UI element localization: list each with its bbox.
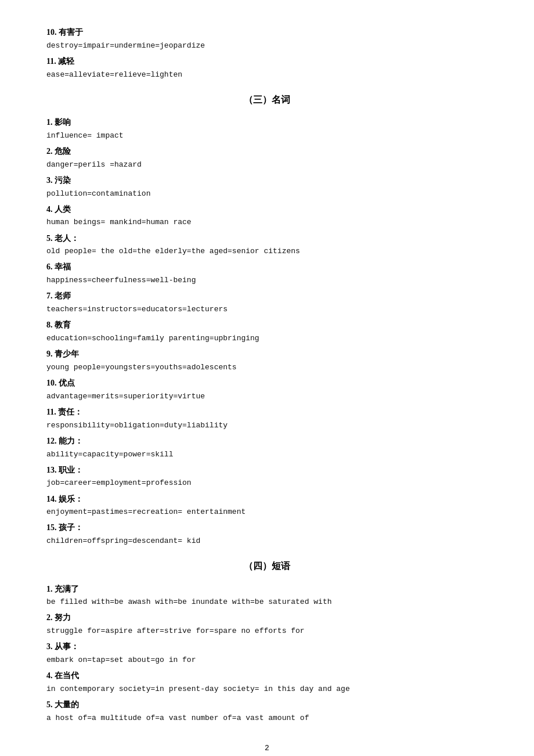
entry-block: 8. 教育education=schooling=family parentin… (46, 318, 488, 345)
entry-heading: 3. 从事： (46, 640, 488, 654)
entry-heading: 6. 幸福 (46, 260, 488, 274)
entry-heading: 10. 优点 (46, 376, 488, 390)
entry-block: 1. 充满了be filled with=be awash with=be in… (46, 582, 488, 609)
entry-block: 5. 老人：old people= the old=the elderly=th… (46, 232, 488, 258)
entry-body: destroy=impair=undermine=jeopardize (46, 39, 488, 52)
entry-body: advantage=merits=superiority=virtue (46, 390, 488, 403)
entry-heading: 9. 青少年 (46, 347, 488, 361)
entry-body: danger=perils =hazard (46, 159, 488, 171)
entry-block: 5. 大量的a host of=a multitude of=a vast nu… (46, 698, 488, 725)
entry-block: 11. 责任：responsibility=obligation=duty=li… (46, 405, 488, 432)
entry-body: responsibility=obligation=duty=liability (46, 419, 488, 432)
entry-body: old people= the old=the elderly=the aged… (46, 245, 488, 258)
entry-block: 4. 在当代in contemporary society=in present… (46, 669, 488, 696)
entry-block: 3. 从事：embark on=tap=set about=go in for (46, 640, 488, 667)
entry-heading: 7. 老师 (46, 289, 488, 303)
entry-block: 11. 减轻ease=alleviate=relieve=lighten (46, 55, 488, 81)
entry-heading: 2. 危险 (46, 145, 488, 159)
entry-heading: 3. 污染 (46, 174, 488, 188)
section-title: （四）短语 (46, 558, 488, 574)
entry-block: 1. 影响influence= impact (46, 116, 488, 142)
entry-heading: 4. 在当代 (46, 669, 488, 683)
entry-body: job=career=employment=profession (46, 477, 488, 489)
page-number: 2 (46, 742, 488, 755)
entry-block: 3. 污染pollution=contamination (46, 174, 488, 200)
entry-block: 14. 娱乐：enjoyment=pastimes=recreation= en… (46, 492, 488, 519)
entry-heading: 12. 能力： (46, 434, 488, 448)
entry-body: embark on=tap=set about=go in for (46, 654, 488, 667)
entry-body: children=offspring=descendant= kid (46, 535, 488, 548)
entry-body: pollution=contamination (46, 188, 488, 200)
entry-heading: 11. 减轻 (46, 55, 488, 69)
entry-heading: 15. 孩子： (46, 521, 488, 535)
entry-block: 6. 幸福happiness=cheerfulness=well-being (46, 260, 488, 287)
entry-heading: 5. 大量的 (46, 698, 488, 712)
entry-block: 10. 优点advantage=merits=superiority=virtu… (46, 376, 488, 403)
entry-block: 15. 孩子：children=offspring=descendant= ki… (46, 521, 488, 548)
entry-body: education=schooling=family parenting=upb… (46, 332, 488, 345)
entry-heading: 1. 影响 (46, 116, 488, 129)
entry-heading: 2. 努力 (46, 611, 488, 625)
entry-body: struggle for=aspire after=strive for=spa… (46, 625, 488, 638)
entry-body: teachers=instructors=educators=lecturers (46, 303, 488, 316)
entry-block: 2. 危险danger=perils =hazard (46, 145, 488, 171)
entry-block: 7. 老师teachers=instructors=educators=lect… (46, 289, 488, 316)
page-content: 10. 有害于destroy=impair=undermine=jeopardi… (46, 26, 488, 755)
entry-heading: 10. 有害于 (46, 26, 488, 39)
entry-block: 2. 努力struggle for=aspire after=strive fo… (46, 611, 488, 638)
entry-block: 13. 职业：job=career=employment=profession (46, 463, 488, 490)
entry-heading: 8. 教育 (46, 318, 488, 332)
entry-body: human beings= mankind=human race (46, 216, 488, 229)
entry-body: ability=capacity=power=skill (46, 448, 488, 461)
entry-heading: 11. 责任： (46, 405, 488, 419)
entry-heading: 1. 充满了 (46, 582, 488, 596)
entry-body: young people=youngsters=youths=adolescen… (46, 361, 488, 374)
entry-heading: 14. 娱乐： (46, 492, 488, 506)
entry-body: happiness=cheerfulness=well-being (46, 274, 488, 287)
entry-block: 12. 能力：ability=capacity=power=skill (46, 434, 488, 461)
entry-body: influence= impact (46, 129, 488, 142)
section-title: （三）名词 (46, 92, 488, 107)
entry-block: 4. 人类human beings= mankind=human race (46, 203, 488, 229)
entry-body: be filled with=be awash with=be inundate… (46, 596, 488, 609)
entry-body: enjoyment=pastimes=recreation= entertain… (46, 506, 488, 519)
entry-block: 10. 有害于destroy=impair=undermine=jeopardi… (46, 26, 488, 52)
entry-heading: 13. 职业： (46, 463, 488, 477)
entry-heading: 5. 老人： (46, 232, 488, 246)
entry-block: 9. 青少年young people=youngsters=youths=ado… (46, 347, 488, 374)
entry-body: ease=alleviate=relieve=lighten (46, 69, 488, 81)
entry-body: in contemporary society=in present-day s… (46, 683, 488, 696)
entry-heading: 4. 人类 (46, 203, 488, 217)
entry-body: a host of=a multitude of=a vast number o… (46, 712, 488, 725)
